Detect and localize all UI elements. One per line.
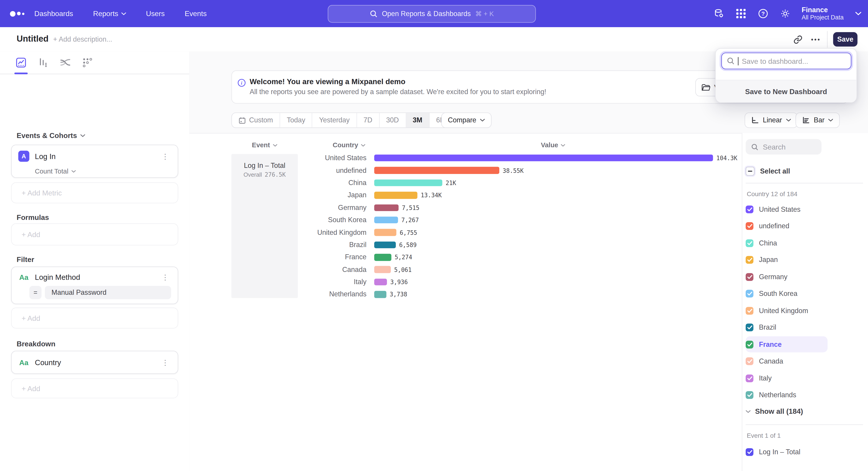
save-button[interactable]: Save — [833, 32, 858, 47]
add-breakdown-button[interactable]: + Add — [11, 379, 178, 399]
country-label: Brazil — [231, 241, 367, 248]
breakdown-card-country[interactable]: Aa Country ⋮ — [11, 351, 178, 374]
country-checkbox-netherlands[interactable] — [746, 391, 753, 399]
bar-value: 7,515 — [402, 204, 419, 211]
country-filter-row-brazil[interactable]: Brazil — [746, 320, 776, 335]
event-checkbox[interactable] — [746, 448, 753, 456]
country-filter-row-undefined[interactable]: undefined — [746, 218, 789, 234]
add-description-button[interactable]: + Add description... — [53, 35, 112, 43]
metric-name[interactable]: Log In — [35, 152, 154, 160]
kebab-menu-icon[interactable]: ⋮ — [159, 272, 171, 282]
country-checkbox-germany[interactable] — [746, 273, 753, 281]
add-metric-button[interactable]: + Add Metric — [11, 182, 178, 203]
bar-undefined[interactable] — [374, 167, 499, 174]
country-checkbox-united-kingdom[interactable] — [746, 307, 753, 315]
more-options-button[interactable]: ••• — [809, 33, 823, 46]
chart-type-dropdown[interactable]: Bar — [796, 112, 840, 128]
show-all-button[interactable]: Show all (184) — [746, 407, 803, 416]
panel-search-input[interactable]: Search — [746, 139, 822, 155]
chevron-down-icon[interactable] — [855, 8, 861, 19]
country-checkbox-south-korea[interactable] — [746, 290, 753, 297]
save-to-new-dashboard-button[interactable]: Save to New Dashboard — [716, 80, 857, 102]
country-checkbox-brazil[interactable] — [746, 324, 753, 331]
country-filter-row-united-states[interactable]: United States — [746, 202, 801, 217]
country-label: Japan — [231, 192, 367, 199]
country-checkbox-china[interactable] — [746, 239, 753, 247]
column-header-value[interactable]: Value — [541, 141, 565, 149]
bar-germany[interactable] — [374, 204, 399, 211]
country-filter-row-canada[interactable]: Canada — [746, 354, 783, 369]
country-checkbox-united-states[interactable] — [746, 206, 753, 213]
retention-icon[interactable] — [81, 56, 94, 69]
country-filter-row-italy[interactable]: Italy — [746, 370, 772, 386]
data-connections-icon[interactable] — [713, 8, 724, 19]
panel-divider — [746, 424, 863, 425]
filter-card-login-method[interactable]: Aa Login Method ⋮ = Manual Password — [11, 266, 178, 304]
country-filter-row-united-kingdom[interactable]: United Kingdom — [746, 303, 808, 319]
date-range-3m[interactable]: 3M — [406, 113, 430, 127]
select-all-row[interactable]: Select all — [746, 163, 790, 179]
filter-property-name[interactable]: Login Method — [35, 273, 154, 281]
select-all-checkbox[interactable] — [746, 167, 754, 176]
country-filter-row-netherlands[interactable]: Netherlands — [746, 387, 796, 403]
metric-card-log-in[interactable]: A Log In ⋮ Count Total — [11, 145, 178, 178]
breakdown-property-name[interactable]: Country — [35, 358, 154, 366]
nav-link-reports[interactable]: Reports — [93, 9, 126, 18]
country-filter-row-germany[interactable]: Germany — [746, 269, 787, 285]
country-checkbox-undefined[interactable] — [746, 223, 753, 230]
country-filter-row-china[interactable]: China — [746, 235, 777, 251]
country-checkbox-italy[interactable] — [746, 374, 753, 382]
mixpanel-logo-icon[interactable] — [9, 0, 26, 27]
nav-link-events[interactable]: Events — [185, 9, 207, 18]
date-range-yesterday[interactable]: Yesterday — [312, 113, 357, 127]
bar-france[interactable] — [374, 254, 392, 261]
kebab-menu-icon[interactable]: ⋮ — [159, 151, 171, 161]
bar-brazil[interactable] — [374, 241, 396, 248]
date-range-today[interactable]: Today — [280, 113, 312, 127]
date-range-custom[interactable]: Custom — [232, 113, 280, 127]
country-label: Germany — [231, 204, 367, 211]
bar-south-korea[interactable] — [374, 216, 398, 224]
aggregation-dropdown[interactable]: Count Total — [35, 168, 75, 175]
help-icon[interactable]: ? — [757, 8, 769, 19]
global-search-button[interactable]: Open Reports & Dashboards ⌘ + K — [328, 5, 536, 23]
compare-dropdown[interactable]: Compare — [441, 112, 492, 128]
add-filter-button[interactable]: + Add — [11, 307, 178, 328]
flows-icon[interactable] — [59, 56, 72, 69]
bar-italy[interactable] — [374, 278, 387, 286]
column-header-event[interactable]: Event — [252, 141, 277, 149]
country-checkbox-japan[interactable] — [746, 256, 753, 264]
bar-canada[interactable] — [374, 266, 391, 273]
country-filter-row-south-korea[interactable]: South Korea — [746, 286, 798, 301]
bar-united-states[interactable] — [374, 154, 713, 161]
nav-link-dashboards[interactable]: Dashboards — [34, 9, 73, 18]
events-cohorts-heading[interactable]: Events & Cohorts — [17, 131, 85, 140]
bar-value: 6,589 — [399, 242, 416, 248]
date-range-30d[interactable]: 30D — [379, 113, 406, 127]
project-switcher[interactable]: Finance All Project Data — [802, 6, 844, 21]
country-filter-row-france[interactable]: France — [746, 336, 782, 352]
kebab-menu-icon[interactable]: ⋮ — [159, 357, 171, 367]
copy-link-icon[interactable] — [792, 33, 804, 46]
bar-china[interactable] — [374, 179, 442, 186]
filter-value-field[interactable]: Manual Password — [45, 286, 171, 299]
event-checkbox-row[interactable]: Log In – Total — [746, 444, 800, 460]
bar-netherlands[interactable] — [374, 291, 386, 298]
apps-grid-icon[interactable] — [735, 8, 746, 19]
country-checkbox-france[interactable] — [746, 341, 753, 348]
date-range-7d[interactable]: 7D — [357, 113, 379, 127]
scale-dropdown[interactable]: Linear — [745, 112, 798, 128]
bar-united-kingdom[interactable] — [374, 229, 397, 236]
filter-operator-dropdown[interactable]: = — [29, 286, 41, 299]
column-header-country[interactable]: Country — [333, 141, 365, 149]
save-dashboard-search-input[interactable]: Save to dashboard... — [721, 53, 851, 69]
nav-link-users[interactable]: Users — [146, 9, 165, 18]
country-checkbox-canada[interactable] — [746, 357, 753, 365]
page-title[interactable]: Untitled — [17, 34, 49, 44]
country-filter-row-japan[interactable]: Japan — [746, 252, 778, 268]
add-formula-button[interactable]: + Add — [11, 223, 178, 245]
settings-gear-icon[interactable] — [780, 8, 791, 19]
funnel-icon[interactable] — [37, 56, 50, 69]
insights-chart-icon[interactable] — [14, 56, 28, 69]
bar-japan[interactable] — [374, 192, 417, 199]
